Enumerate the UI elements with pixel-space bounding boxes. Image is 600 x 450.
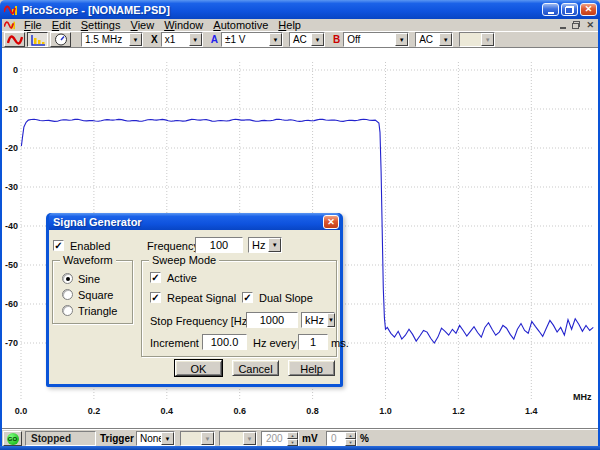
menu-view[interactable]: View (125, 19, 159, 31)
channel-b-coupling-select[interactable]: AC ▼ (415, 32, 453, 47)
channel-b-label: B (333, 34, 340, 45)
ms-label: ms. (331, 337, 349, 349)
stop-frequency-input[interactable] (246, 312, 298, 328)
hz-every-label: Hz every (253, 337, 296, 349)
restore-icon (565, 6, 574, 14)
status-bar: GO Stopped Trigger None ▼ ▼ ▼ 200 ▲▼ mV … (0, 429, 600, 446)
meter-icon (54, 33, 68, 46)
x-tick-label: 0.6 (233, 406, 246, 416)
chevron-down-icon[interactable]: ▼ (327, 313, 335, 327)
check-icon: ✓ (151, 293, 159, 302)
spin-up-icon[interactable]: ▲ (345, 432, 356, 439)
chevron-down-icon[interactable]: ▼ (395, 33, 408, 46)
menu-bar: File Edit Settings View Window Automotiv… (0, 19, 600, 31)
chevron-down-icon[interactable]: ▼ (481, 33, 494, 46)
waveform-square-radio[interactable] (62, 289, 73, 300)
chevron-down-icon[interactable]: ▼ (161, 432, 174, 445)
chevron-down-icon[interactable]: ▼ (269, 33, 282, 46)
x-tick-label: 1.4 (525, 406, 538, 416)
repeat-signal-checkbox[interactable]: ✓ (150, 292, 161, 303)
toolbar: 1.5 MHz ▼ X x1 ▼ A ±1 V ▼ AC ▼ B Off ▼ A… (0, 31, 600, 48)
meter-view-button[interactable] (50, 32, 71, 47)
spectrum-view-button[interactable] (27, 32, 48, 47)
dual-slope-checkbox[interactable]: ✓ (242, 292, 253, 303)
dialog-body: ✓ Enabled Frequency: Hz ▼ Waveform Sine … (49, 230, 340, 384)
pretrigger-stepper[interactable]: 0 ▲▼ (326, 431, 357, 446)
document-icon (4, 20, 16, 30)
y-tick-label: -50 (5, 260, 18, 270)
dialog-close-button[interactable]: ✕ (323, 215, 339, 229)
y-tick-label: -10 (5, 104, 18, 114)
chevron-down-icon[interactable]: ▼ (311, 33, 324, 46)
channel-a-label: A (211, 34, 218, 45)
trigger-threshold-stepper[interactable]: 200 ▲▼ (261, 431, 299, 446)
go-button[interactable]: GO (3, 431, 22, 446)
ok-button[interactable]: OK (175, 360, 222, 376)
picoscope-window: PicoScope - [NONAME.PSD] ✕ File Edit Set… (0, 0, 600, 450)
spin-down-icon[interactable]: ▼ (287, 439, 298, 446)
trigger-edge-select[interactable]: ▼ (219, 431, 257, 446)
minimize-button[interactable] (542, 3, 559, 16)
channel-a-range-select[interactable]: ±1 V ▼ (221, 32, 283, 47)
mdi-restore-icon[interactable] (572, 21, 580, 29)
trigger-channel-select[interactable]: ▼ (180, 431, 215, 446)
scope-view-button[interactable] (4, 32, 25, 47)
chevron-down-icon[interactable]: ▼ (189, 33, 202, 46)
oscilloscope-icon (7, 34, 23, 46)
chevron-down-icon[interactable]: ▼ (268, 238, 281, 252)
trigger-label: Trigger (100, 433, 134, 444)
trigger-select[interactable]: None ▼ (136, 431, 175, 446)
restore-button[interactable] (561, 3, 578, 16)
x-tick-label: 0.2 (88, 406, 101, 416)
x-tick-label: 0.0 (15, 406, 28, 416)
frequency-input[interactable] (195, 237, 243, 253)
close-button[interactable]: ✕ (580, 3, 597, 16)
title-bar: PicoScope - [NONAME.PSD] ✕ (0, 0, 600, 19)
menu-automotive[interactable]: Automotive (208, 19, 273, 31)
enabled-checkbox[interactable]: ✓ (53, 240, 64, 251)
spin-down-icon[interactable]: ▼ (345, 439, 356, 446)
active-checkbox[interactable]: ✓ (150, 272, 161, 283)
x-tick-label: 0.8 (306, 406, 319, 416)
menu-window[interactable]: Window (159, 19, 208, 31)
mdi-close-icon[interactable]: ✕ (586, 20, 594, 30)
check-icon: ✓ (151, 273, 159, 282)
menu-edit[interactable]: Edit (47, 19, 76, 31)
dialog-title: Signal Generator (53, 216, 323, 228)
help-button[interactable]: Help (288, 360, 335, 376)
timebase-select[interactable]: 1.5 MHz ▼ (81, 32, 143, 47)
x-axis-unit-label: MHz (573, 392, 592, 402)
channel-a-coupling-select[interactable]: AC ▼ (289, 32, 325, 47)
frequency-unit-select[interactable]: Hz ▼ (248, 237, 282, 253)
chevron-down-icon[interactable]: ▼ (201, 432, 214, 445)
waveform-sine-radio[interactable] (62, 273, 73, 284)
multiplier-label: X (151, 34, 158, 45)
x-tick-label: 0.4 (161, 406, 174, 416)
increment-input[interactable] (202, 334, 247, 350)
frequency-label: Frequency: (147, 240, 202, 252)
spin-up-icon[interactable]: ▲ (287, 432, 298, 439)
minimize-icon (548, 12, 554, 14)
menu-file[interactable]: File (19, 19, 47, 31)
mdi-window-controls: ✕ (560, 20, 600, 30)
menu-help[interactable]: Help (273, 19, 306, 31)
percent-label: % (360, 433, 369, 444)
waveform-square-label: Square (78, 289, 113, 301)
go-icon: GO (7, 433, 19, 445)
chevron-down-icon[interactable]: ▼ (129, 33, 142, 46)
extra-select[interactable]: ▼ (459, 32, 495, 47)
stop-frequency-unit-select[interactable]: kHz ▼ (301, 312, 335, 328)
chevron-down-icon[interactable]: ▼ (439, 33, 452, 46)
cancel-button[interactable]: Cancel (232, 360, 279, 376)
menu-settings[interactable]: Settings (76, 19, 126, 31)
y-tick-label: -40 (5, 221, 18, 231)
signal-generator-dialog: Signal Generator ✕ ✓ Enabled Frequency: … (46, 213, 343, 387)
channel-b-range-select[interactable]: Off ▼ (343, 32, 409, 47)
chevron-down-icon[interactable]: ▼ (243, 432, 256, 445)
mdi-minimize-icon[interactable] (560, 27, 566, 29)
app-logo-icon (4, 4, 18, 16)
waveform-triangle-radio[interactable] (62, 305, 73, 316)
multiplier-select[interactable]: x1 ▼ (161, 32, 203, 47)
every-ms-input[interactable] (298, 334, 328, 350)
window-frame-bottom (0, 446, 600, 450)
